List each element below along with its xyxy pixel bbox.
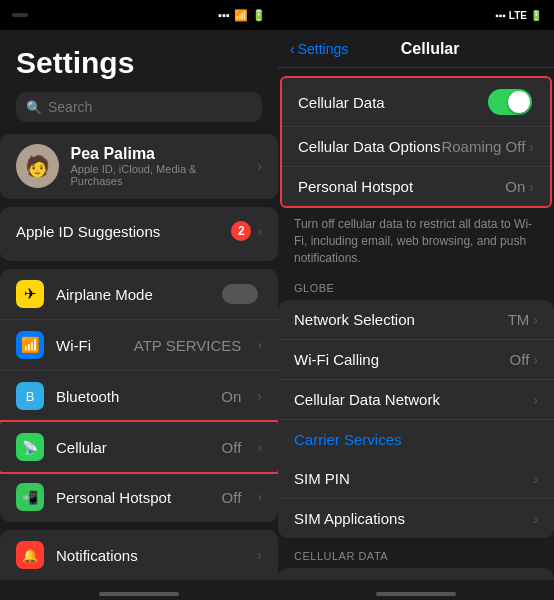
user-row[interactable]: 🧑 Pea Palima Apple ID, iCloud, Media & P… [0,134,278,198]
wifi-calling-label: Wi-Fi Calling [294,351,510,368]
page-title: Settings [0,30,278,88]
back-button[interactable]: ‹ Settings [290,41,348,57]
cellular-data-network-chevron-icon: › [533,392,538,408]
personal-hotspot-icon: 📲 [16,483,44,511]
avatar: 🧑 [16,144,59,188]
network-selection-value: TM [508,311,530,328]
globe-group-label: GLOBE [278,278,554,300]
settings-group-2: 🔔 Notifications › 🔊 Sounds & Haptics › 🌙… [0,530,278,580]
globe-items: Network Selection TM › Wi-Fi Calling Off… [278,300,554,538]
suggestions-group: Apple ID Suggestions 2 › [0,207,278,261]
bluetooth-value: On [221,388,241,405]
settings-group-1: ✈ Airplane Mode 📶 Wi-Fi ATP SERVICES › B… [0,269,278,522]
battery-icon-right: 🔋 [530,10,542,21]
bluetooth-chevron-icon: › [257,388,262,404]
bluetooth-label: Bluetooth [56,388,209,405]
back-label: Settings [298,41,349,57]
sidebar-item-bluetooth[interactable]: B Bluetooth On › [0,371,278,422]
left-panel: ▪▪▪ 📶 🔋 Settings 🔍 🧑 Pea Palima Apple ID… [0,0,278,600]
status-icons-left: ▪▪▪ 📶 🔋 [218,9,266,22]
cellular-data-network-row[interactable]: Cellular Data Network › [278,380,554,420]
home-bar-left [99,592,179,596]
cellular-value: Off [222,439,242,456]
network-selection-row[interactable]: Network Selection TM › [278,300,554,340]
battery-icon-left: 🔋 [252,9,266,22]
personal-hotspot-right-value: On [505,178,525,195]
left-home-indicator [0,580,278,600]
user-name: Pea Palima [71,145,246,163]
cellular-settings-scroll: Cellular Data Cellular Data Options Roam… [278,68,554,580]
bluetooth-icon: B [16,382,44,410]
suggestions-badge: 2 [231,221,251,241]
wifi-settings-icon: 📶 [16,331,44,359]
notifications-chevron-icon: › [257,547,262,563]
cellular-chevron-icon: › [257,439,262,455]
wifi-calling-value: Off [510,351,530,368]
notifications-icon: 🔔 [16,541,44,569]
sim-applications-row[interactable]: SIM Applications › [278,499,554,538]
sidebar-item-notifications[interactable]: 🔔 Notifications › [0,530,278,580]
suggestions-chevron-icon: › [257,223,262,239]
personal-hotspot-right-label: Personal Hotspot [298,178,505,195]
wifi-label: Wi-Fi [56,337,122,354]
personal-hotspot-right-chevron-icon: › [529,179,534,195]
sim-applications-chevron-icon: › [533,511,538,527]
personal-hotspot-label: Personal Hotspot [56,489,210,506]
cellular-data-options-value: Roaming Off [441,138,525,155]
suggestions-row[interactable]: Apple ID Suggestions 2 › [0,209,278,253]
home-bar-right [376,592,456,596]
cellular-data-top-group: Cellular Data Cellular Data Options Roam… [278,76,554,270]
sim-pin-row[interactable]: SIM PIN › [278,459,554,499]
wifi-icon: 📶 [234,9,248,22]
search-icon: 🔍 [26,100,42,115]
personal-hotspot-value: Off [222,489,242,506]
cellular-data-network-label: Cellular Data Network [294,391,533,408]
status-time-left [12,13,28,17]
signal-bars-icon: ▪▪▪ [495,10,506,21]
globe-group: GLOBE Network Selection TM › Wi-Fi Calli… [278,278,554,538]
sim-pin-label: SIM PIN [294,470,533,487]
airplane-mode-icon: ✈ [16,280,44,308]
airplane-mode-toggle[interactable] [222,284,258,304]
home-indicator-right [278,580,554,600]
personal-hotspot-chevron-icon: › [257,489,262,505]
cellular-page-title: Cellular [348,40,512,58]
sidebar-item-cellular[interactable]: 📡 Cellular Off › [0,420,278,474]
sidebar-item-airplane-mode[interactable]: ✈ Airplane Mode [0,269,278,320]
carrier-services-link[interactable]: Carrier Services [278,420,554,459]
signal-icon: ▪▪▪ [218,9,230,21]
network-selection-chevron-icon: › [533,312,538,328]
sim-pin-chevron-icon: › [533,471,538,487]
left-content: Settings 🔍 🧑 Pea Palima Apple ID, iCloud… [0,30,278,580]
user-group: 🧑 Pea Palima Apple ID, iCloud, Media & P… [0,134,278,199]
user-chevron-icon: › [257,158,262,174]
current-period-row: Current Period 7.2 GB [278,568,554,580]
wifi-calling-row[interactable]: Wi-Fi Calling Off › [278,340,554,380]
search-bar[interactable]: 🔍 [16,92,262,122]
cellular-data-toggle[interactable] [488,89,532,115]
sidebar-item-wifi[interactable]: 📶 Wi-Fi ATP SERVICES › [0,320,278,371]
status-bar-left: ▪▪▪ 📶 🔋 [0,0,278,30]
back-chevron-icon: ‹ [290,41,295,57]
cellular-data-options-chevron-icon: › [529,139,534,155]
status-bar-right: ▪▪▪ LTE 🔋 [278,0,554,30]
wifi-calling-chevron-icon: › [533,352,538,368]
cellular-data-items-top: Cellular Data Cellular Data Options Roam… [280,76,552,208]
cellular-data-options-label: Cellular Data Options [298,138,441,155]
cellular-data-app-items: Current Period 7.2 GB Current Period Roa… [278,568,554,580]
suggestions-label: Apple ID Suggestions [16,223,231,240]
cellular-data-toggle-row[interactable]: Cellular Data [282,78,550,127]
network-selection-label: Network Selection [294,311,508,328]
user-subtitle: Apple ID, iCloud, Media & Purchases [71,163,246,187]
personal-hotspot-row[interactable]: Personal Hotspot On › [282,167,550,206]
search-input[interactable] [48,99,252,115]
cellular-data-section: CELLULAR DATA Current Period 7.2 GB Curr… [278,546,554,580]
sim-applications-label: SIM Applications [294,510,533,527]
right-panel: ▪▪▪ LTE 🔋 ‹ Settings Cellular Cellular D… [278,0,554,600]
cellular-data-options-row[interactable]: Cellular Data Options Roaming Off › [282,127,550,167]
cellular-label: Cellular [56,439,210,456]
status-icons-right: ▪▪▪ LTE 🔋 [495,10,542,21]
wifi-value: ATP SERVICES [134,337,242,354]
sidebar-item-personal-hotspot[interactable]: 📲 Personal Hotspot Off › [0,472,278,522]
notifications-label: Notifications [56,547,245,564]
